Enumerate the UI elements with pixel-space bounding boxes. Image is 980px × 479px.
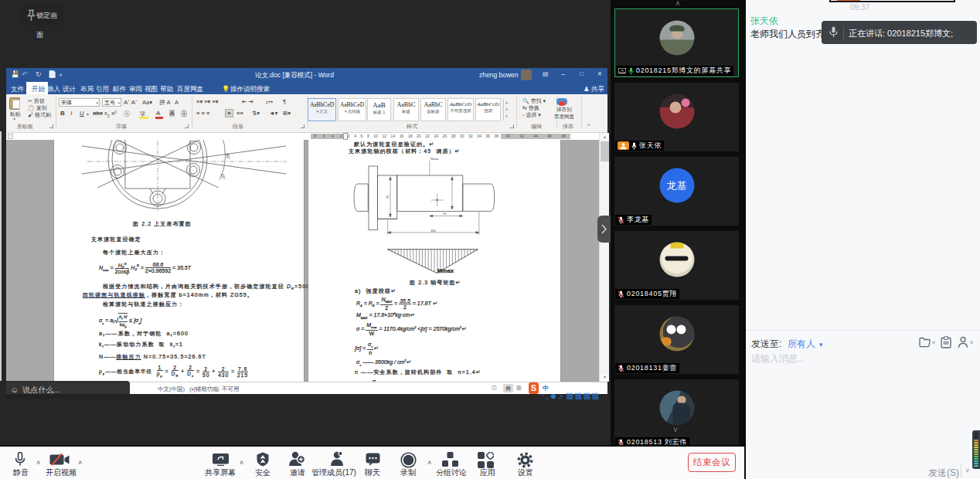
svg-text:45°: 45° xyxy=(225,153,231,161)
svg-text:Nmax: Nmax xyxy=(430,157,438,161)
svg-text:300: 300 xyxy=(430,229,436,233)
svg-text:95: 95 xyxy=(386,195,390,199)
svg-text:59: 59 xyxy=(443,212,447,216)
svg-text:15°: 15° xyxy=(220,173,226,181)
